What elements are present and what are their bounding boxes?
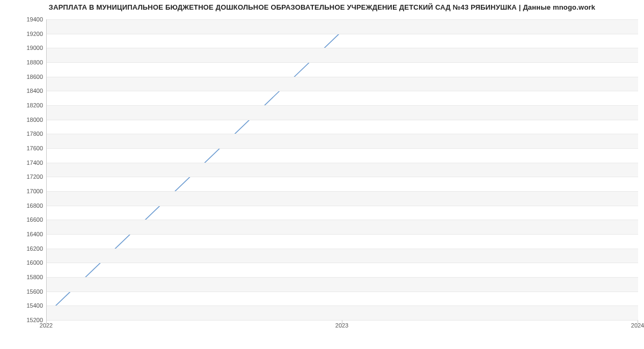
y-grid-line bbox=[47, 320, 638, 321]
y-grid-line bbox=[47, 62, 638, 63]
y-grid-line bbox=[47, 105, 638, 106]
y-tick-label: 16400 bbox=[5, 231, 43, 237]
grid-band bbox=[47, 163, 638, 177]
y-tick-label: 18000 bbox=[5, 117, 43, 123]
y-grid-line bbox=[47, 177, 638, 177]
y-tick-label: 16800 bbox=[5, 202, 43, 209]
y-grid-line bbox=[47, 48, 638, 48]
y-grid-line bbox=[47, 134, 638, 134]
y-tick-label: 16000 bbox=[5, 259, 43, 266]
y-tick-label: 17200 bbox=[5, 173, 43, 180]
y-grid-line bbox=[47, 120, 638, 120]
y-grid-line bbox=[47, 34, 638, 34]
y-tick-label: 15400 bbox=[5, 302, 43, 309]
grid-band bbox=[47, 220, 638, 234]
grid-band bbox=[47, 77, 638, 91]
y-tick-label: 16600 bbox=[5, 216, 43, 223]
y-tick-label: 17800 bbox=[5, 130, 43, 137]
y-tick-label: 15600 bbox=[5, 288, 43, 295]
y-tick-label: 19400 bbox=[5, 16, 43, 23]
y-grid-line bbox=[47, 19, 638, 20]
y-grid-line bbox=[47, 249, 638, 249]
grid-band bbox=[47, 249, 638, 263]
y-tick-label: 19200 bbox=[5, 31, 43, 37]
y-grid-line bbox=[47, 148, 638, 149]
x-tick-label: 2022 bbox=[40, 322, 53, 329]
grid-band bbox=[47, 48, 638, 62]
y-grid-line bbox=[47, 277, 638, 278]
y-tick-label: 18400 bbox=[5, 88, 43, 94]
x-tick-label: 2023 bbox=[335, 322, 348, 329]
grid-band bbox=[47, 306, 638, 320]
y-tick-label: 18200 bbox=[5, 102, 43, 108]
y-tick-label: 17400 bbox=[5, 159, 43, 166]
y-tick-label: 15200 bbox=[5, 317, 43, 323]
y-tick-label: 18800 bbox=[5, 59, 43, 66]
y-grid-line bbox=[47, 234, 638, 235]
salary-line-chart: ЗАРПЛАТА В МУНИЦИПАЛЬНОЕ БЮДЖЕТНОЕ ДОШКО… bbox=[0, 0, 644, 349]
grid-band bbox=[47, 19, 638, 34]
chart-title: ЗАРПЛАТА В МУНИЦИПАЛЬНОЕ БЮДЖЕТНОЕ ДОШКО… bbox=[0, 3, 644, 11]
y-grid-line bbox=[47, 77, 638, 77]
x-tick-label: 2024 bbox=[631, 322, 644, 329]
grid-band bbox=[47, 105, 638, 120]
y-grid-line bbox=[47, 163, 638, 163]
plot-area bbox=[46, 19, 638, 321]
grid-band bbox=[47, 134, 638, 148]
y-tick-label: 17000 bbox=[5, 188, 43, 194]
grid-band bbox=[47, 277, 638, 292]
y-grid-line bbox=[47, 292, 638, 292]
y-tick-label: 17600 bbox=[5, 145, 43, 151]
y-grid-line bbox=[47, 206, 638, 206]
y-tick-label: 16200 bbox=[5, 245, 43, 252]
y-tick-label: 19000 bbox=[5, 45, 43, 51]
y-tick-label: 15800 bbox=[5, 274, 43, 280]
y-grid-line bbox=[47, 91, 638, 91]
y-tick-label: 18600 bbox=[5, 74, 43, 80]
y-grid-line bbox=[47, 306, 638, 306]
y-grid-line bbox=[47, 191, 638, 192]
y-grid-line bbox=[47, 263, 638, 263]
y-grid-line bbox=[47, 220, 638, 220]
grid-band bbox=[47, 191, 638, 206]
